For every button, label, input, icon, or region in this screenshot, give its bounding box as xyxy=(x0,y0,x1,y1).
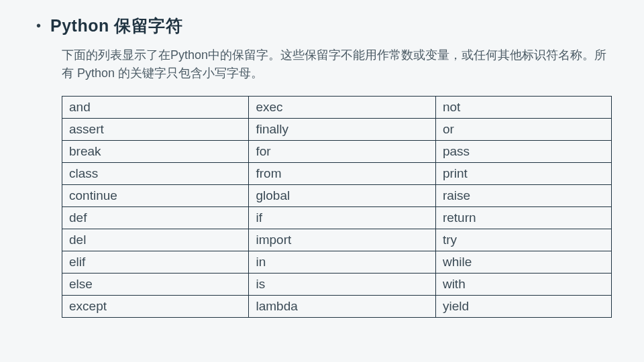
table-cell: def xyxy=(62,207,249,229)
table-cell: else xyxy=(62,274,249,296)
table-row: assertfinallyor xyxy=(62,119,612,141)
table-cell: or xyxy=(435,119,611,141)
table-cell: break xyxy=(62,141,249,163)
table-cell: global xyxy=(249,185,435,207)
table-cell: pass xyxy=(435,141,611,163)
table-cell: yield xyxy=(435,296,611,318)
table-cell: raise xyxy=(435,185,611,207)
table-cell: class xyxy=(62,163,249,185)
table-cell: elif xyxy=(62,251,249,274)
table-cell: if xyxy=(249,207,435,229)
table-row: breakforpass xyxy=(62,141,612,163)
table-cell: not xyxy=(435,97,611,119)
table-row: elseiswith xyxy=(62,274,612,296)
table-cell: del xyxy=(62,229,249,251)
heading-row: • Python 保留字符 xyxy=(36,15,612,37)
table-cell: while xyxy=(435,251,611,274)
table-row: elifinwhile xyxy=(62,251,612,274)
table-row: classfromprint xyxy=(62,163,612,185)
table-cell: import xyxy=(249,229,435,251)
keywords-table: andexecnotassertfinallyorbreakforpasscla… xyxy=(62,96,612,318)
table-cell: continue xyxy=(62,185,249,207)
bullet-icon: • xyxy=(36,19,41,32)
table-cell: try xyxy=(435,229,611,251)
table-row: defifreturn xyxy=(62,207,612,229)
table-cell: finally xyxy=(249,119,435,141)
description-text: 下面的列表显示了在Python中的保留字。这些保留字不能用作常数或变量，或任何其… xyxy=(62,46,612,82)
table-row: exceptlambdayield xyxy=(62,296,612,318)
table-row: andexecnot xyxy=(62,97,612,119)
table-cell: return xyxy=(435,207,611,229)
table-cell: for xyxy=(249,141,435,163)
table-cell: in xyxy=(249,251,435,274)
table-cell: assert xyxy=(62,119,249,141)
page-title: Python 保留字符 xyxy=(50,15,182,37)
table-cell: exec xyxy=(249,97,435,119)
table-cell: with xyxy=(435,274,611,296)
table-cell: print xyxy=(435,163,611,185)
table-cell: lambda xyxy=(249,296,435,318)
table-cell: and xyxy=(62,97,249,119)
table-cell: is xyxy=(249,274,435,296)
table-row: delimporttry xyxy=(62,229,612,251)
table-cell: except xyxy=(62,296,249,318)
table-cell: from xyxy=(249,163,435,185)
table-row: continueglobalraise xyxy=(62,185,612,207)
